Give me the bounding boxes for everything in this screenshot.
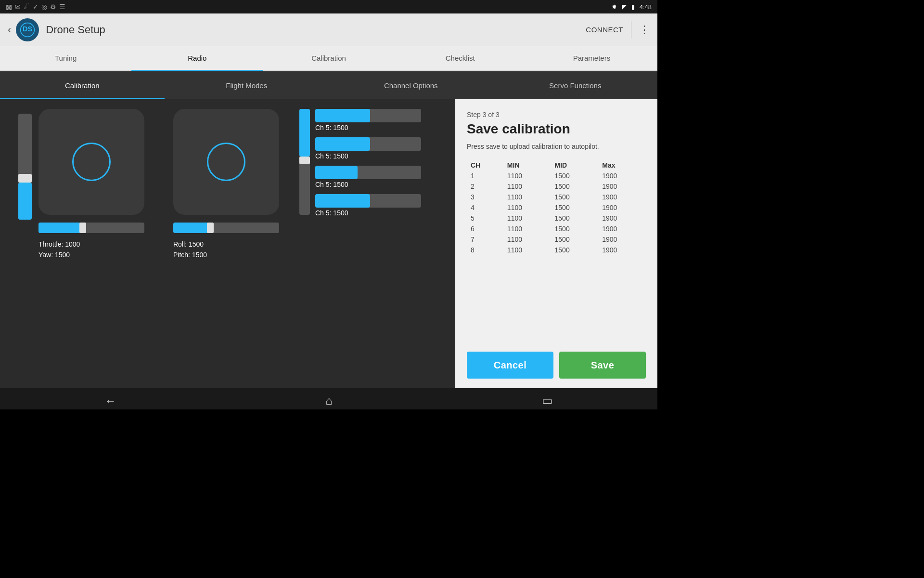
cell-mid-5: 1500 [551,213,599,223]
channel-row-1: Ch 5: 1500 [315,109,421,131]
left-joystick-circle [72,143,111,181]
cell-ch-7: 7 [467,234,503,245]
cell-max-5: 1900 [598,213,646,223]
table-row: 4110015001900 [467,202,646,213]
cell-max-2: 1900 [598,181,646,192]
col-min: MIN [503,160,551,171]
cell-min-1: 1100 [503,171,551,181]
bluetooth-icon: ✸ [612,3,617,11]
recents-nav-icon[interactable]: ▭ [542,394,553,407]
cell-mid-4: 1500 [551,202,599,213]
cell-max-3: 1900 [598,192,646,202]
sub-tab-flight-modes[interactable]: Flight Modes [165,71,329,99]
cell-min-5: 1100 [503,213,551,223]
left-horiz-slider[interactable] [38,223,144,233]
icon-msg: ✉ [15,3,21,11]
wifi-icon: ◤ [622,3,627,11]
home-nav-icon[interactable]: ⌂ [325,394,333,407]
ch4-label: Ch 5: 1500 [315,209,421,217]
bottom-nav: ← ⌂ ▭ [0,388,657,409]
sub-nav: Calibration Flight Modes Channel Options… [0,71,657,99]
table-row: 1110015001900 [467,171,646,181]
ch3-bar-bg [315,166,421,179]
left-horiz-slider-fill [38,223,86,233]
table-row: 2110015001900 [467,181,646,192]
ch2-label: Ch 5: 1500 [315,152,421,160]
ch4-bar-bg [315,194,421,208]
cell-max-6: 1900 [598,223,646,234]
cell-ch-8: 8 [467,245,503,255]
right-vertical-slider[interactable] [299,109,310,215]
cell-ch-4: 4 [467,202,503,213]
tab-parameters[interactable]: Parameters [526,46,657,70]
right-joystick-labels: Roll: 1500 Pitch: 1500 [173,239,207,261]
ch1-label: Ch 5: 1500 [315,124,421,131]
cell-min-6: 1100 [503,223,551,234]
cell-max-8: 1900 [598,245,646,255]
left-horiz-slider-thumb [79,223,86,233]
left-joystick-labels: Throttle: 1000 Yaw: 1500 [38,239,80,261]
cell-min-8: 1100 [503,245,551,255]
cell-min-4: 1100 [503,202,551,213]
main-nav: Tuning Radio Calibration Checklist Param… [0,46,657,71]
pitch-label: Pitch: 1500 [173,250,207,260]
sub-tab-servo-functions[interactable]: Servo Functions [493,71,658,99]
cell-mid-6: 1500 [551,223,599,234]
channel-row-3: Ch 5: 1500 [315,166,421,188]
cell-ch-6: 6 [467,223,503,234]
status-bar-left-icons: ▩ ✉ ☄ ✓ ◎ ⚙ ☰ [6,3,65,11]
back-nav-icon[interactable]: ← [104,394,116,407]
cell-max-4: 1900 [598,202,646,213]
tab-calibration[interactable]: Calibration [263,46,394,70]
left-vertical-slider[interactable] [18,114,32,220]
cell-mid-3: 1500 [551,192,599,202]
menu-button[interactable]: ⋮ [639,25,650,35]
cell-ch-3: 3 [467,192,503,202]
ch1-bar-fill [315,109,370,122]
cell-mid-2: 1500 [551,181,599,192]
cell-min-3: 1100 [503,192,551,202]
throttle-label: Throttle: 1000 [38,239,80,250]
ch4-bar-fill [315,194,370,208]
connect-button[interactable]: CONNECT [586,26,623,34]
left-joystick-pad[interactable] [38,109,144,215]
tab-checklist[interactable]: Checklist [395,46,526,70]
svg-text:DS: DS [23,25,32,33]
ch1-bar-bg [315,109,421,122]
right-horiz-slider-thumb [207,223,214,233]
ch3-label: Ch 5: 1500 [315,181,421,188]
cancel-button[interactable]: Cancel [467,352,553,379]
channel-row-4: Ch 5: 1500 [315,194,421,217]
back-button[interactable]: ‹ [8,24,11,36]
right-horiz-slider[interactable] [173,223,279,233]
sub-tab-calibration[interactable]: Calibration [0,71,165,99]
cell-mid-7: 1500 [551,234,599,245]
tab-radio[interactable]: Radio [131,46,263,70]
right-vertical-slider-thumb [299,157,310,164]
save-button[interactable]: Save [559,352,646,379]
ch2-bar-bg [315,137,421,151]
cell-max-7: 1900 [598,234,646,245]
save-title: Save calibration [467,121,646,137]
content-area: Throttle: 1000 Yaw: 1500 Roll: 1500 Pitc… [0,99,657,388]
col-ch: CH [467,160,503,171]
cell-max-1: 1900 [598,171,646,181]
top-bar-actions: CONNECT ⋮ [586,21,650,39]
cell-ch-2: 2 [467,181,503,192]
channel-table: CH MIN MID Max 1110015001900211001500190… [467,160,646,255]
cell-ch-1: 1 [467,171,503,181]
sub-tab-channel-options[interactable]: Channel Options [329,71,493,99]
col-mid: MID [551,160,599,171]
action-buttons: Cancel Save [467,352,646,379]
save-description: Press save to upload calibration to auto… [467,143,646,150]
cell-min-7: 1100 [503,234,551,245]
cell-mid-1: 1500 [551,171,599,181]
app-logo: DS [16,18,39,41]
icon-target: ◎ [41,3,47,11]
right-horiz-slider-fill [173,223,214,233]
tab-tuning[interactable]: Tuning [0,46,131,70]
cell-ch-5: 5 [467,213,503,223]
icon-game: ⚙ [50,3,56,11]
right-joystick-pad[interactable] [173,109,279,215]
icon-bars: ☰ [59,3,65,11]
